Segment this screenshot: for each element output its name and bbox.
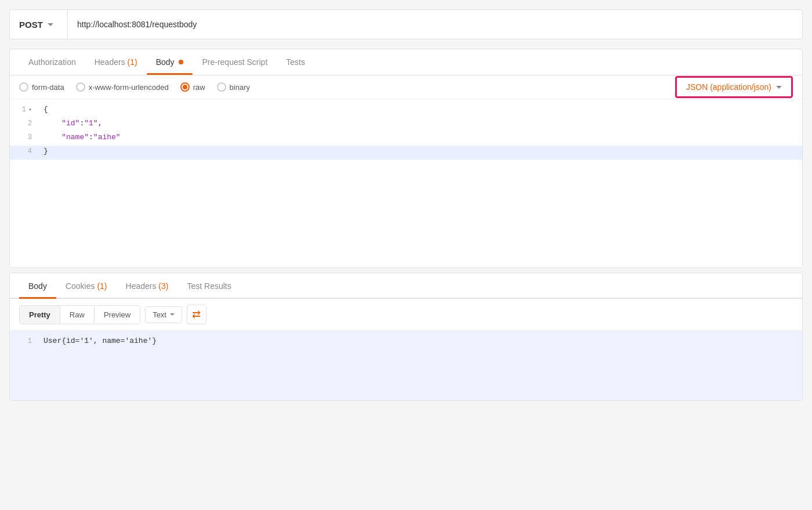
tab-pre-request-script[interactable]: Pre-request Script <box>193 49 277 75</box>
value-id: "1" <box>84 119 97 128</box>
line-number-1: 1 <box>22 106 26 114</box>
radio-x-www-form-urlencoded[interactable]: x-www-form-urlencoded <box>76 82 169 92</box>
code-editor[interactable]: 1 ▾ { 2 "id":"1", 3 "name":"aihe" <box>10 99 802 267</box>
line-arrow-1: ▾ <box>28 106 32 113</box>
tab-tests[interactable]: Tests <box>277 49 314 75</box>
code-line-2: 2 "id":"1", <box>10 118 802 132</box>
close-brace: } <box>44 147 48 155</box>
request-tabs: Authorization Headers (1) Body Pre-reque… <box>10 49 802 75</box>
response-code-editor[interactable]: 1 User{id='1', name='aihe'} <box>10 331 802 400</box>
text-type-label: Text <box>153 310 166 319</box>
cookies-badge: (1) <box>97 281 107 291</box>
radio-x-www-form-circle <box>76 82 85 92</box>
wrap-lines-button[interactable]: ⇄ <box>187 305 206 324</box>
response-tab-cookies[interactable]: Cookies (1) <box>56 273 117 298</box>
json-type-label: JSON (application/json) <box>686 82 771 92</box>
code-line-4: 4 } <box>10 146 802 160</box>
radio-raw[interactable]: raw <box>180 82 205 92</box>
response-line-1: 1 User{id='1', name='aihe'} <box>10 335 802 349</box>
code-line-3: 3 "name":"aihe" <box>10 132 802 146</box>
code-line-1: 1 ▾ { <box>10 104 802 118</box>
format-group: Pretty Raw Preview <box>19 305 140 324</box>
radio-form-data-circle <box>19 82 28 92</box>
body-type-bar: form-data x-www-form-urlencoded raw bina… <box>10 75 802 99</box>
method-chevron-icon <box>48 23 53 26</box>
radio-binary-circle <box>217 82 226 92</box>
wrap-icon-symbol: ⇄ <box>192 309 201 320</box>
format-bar: Pretty Raw Preview Text ⇄ <box>10 299 802 331</box>
line-number-2: 2 <box>28 120 32 128</box>
format-preview-button[interactable]: Preview <box>95 306 140 324</box>
text-type-dropdown[interactable]: Text <box>145 306 182 323</box>
response-tab-test-results[interactable]: Test Results <box>177 273 240 298</box>
response-tab-body[interactable]: Body <box>19 273 56 298</box>
open-brace: { <box>44 105 48 114</box>
headers-badge: (1) <box>128 57 137 67</box>
radio-raw-circle <box>180 82 190 92</box>
format-pretty-button[interactable]: Pretty <box>20 306 60 324</box>
response-section: Body Cookies (1) Headers (3) Test Result… <box>9 273 803 401</box>
resp-line-content-1: User{id='1', name='aihe'} <box>39 335 161 346</box>
radio-form-data[interactable]: form-data <box>19 82 64 92</box>
tab-body[interactable]: Body <box>147 49 193 75</box>
method-label: POST <box>19 20 43 30</box>
url-input[interactable] <box>68 20 802 29</box>
json-type-dropdown[interactable]: JSON (application/json) <box>675 76 793 98</box>
body-dot <box>179 60 183 64</box>
line-number-4: 4 <box>28 147 32 155</box>
value-name: "aihe" <box>93 133 121 142</box>
url-bar: POST <box>9 9 803 39</box>
response-tab-headers[interactable]: Headers (3) <box>117 273 178 298</box>
tab-headers[interactable]: Headers (1) <box>85 49 147 75</box>
text-chevron-icon <box>170 313 175 316</box>
resp-headers-badge: (3) <box>158 281 168 291</box>
resp-line-number-1: 1 <box>28 337 32 345</box>
key-name: "name" <box>44 133 89 142</box>
response-tabs: Body Cookies (1) Headers (3) Test Result… <box>10 273 802 299</box>
key-id: "id" <box>44 119 79 128</box>
tab-authorization[interactable]: Authorization <box>19 49 85 75</box>
radio-binary[interactable]: binary <box>217 82 250 92</box>
format-raw-button[interactable]: Raw <box>60 306 94 324</box>
line-number-3: 3 <box>28 133 32 142</box>
request-section: Authorization Headers (1) Body Pre-reque… <box>9 49 803 268</box>
method-selector[interactable]: POST <box>10 10 68 39</box>
json-chevron-icon <box>776 86 782 89</box>
